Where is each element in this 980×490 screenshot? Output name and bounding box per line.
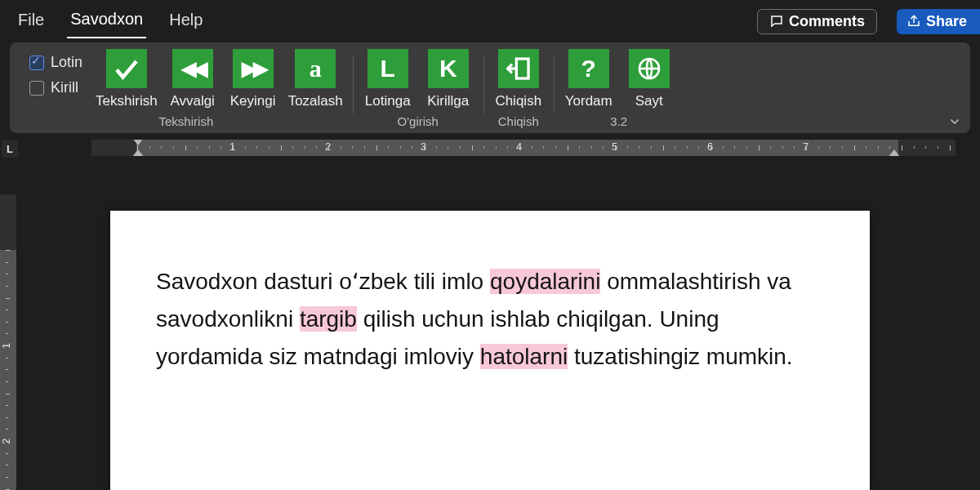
check-icon (112, 54, 141, 83)
tab-selector[interactable]: L (2, 140, 18, 158)
tekshirish-button[interactable]: Tekshirish (96, 49, 158, 109)
menu-bar: File Savodxon Help Comments Share (0, 0, 980, 42)
letter-l-icon: L (381, 56, 395, 81)
script-checkbox-column: Lotin Kirill (29, 54, 82, 96)
sayt-label: Sayt (635, 93, 663, 109)
chiqish-button[interactable]: Chiqish (493, 49, 544, 109)
yordam-label: Yordam (565, 93, 612, 109)
prev-icon: ◀◀ (181, 59, 204, 78)
avvalgi-button[interactable]: ◀◀ Avvalgi (167, 49, 218, 109)
globe-icon (636, 56, 662, 82)
letter-k-icon: K (439, 56, 457, 81)
checkbox-lotin-box[interactable] (29, 56, 44, 70)
help-icon: ? (581, 56, 596, 81)
tozalash-button[interactable]: a Tozalash (288, 49, 343, 109)
ruler-number: 3 (421, 140, 426, 153)
left-indent-marker[interactable] (132, 149, 144, 156)
comments-button[interactable]: Comments (757, 9, 877, 34)
ribbon-group-chiqish: Chiqish Chiqish (483, 49, 554, 130)
share-button[interactable]: Share (897, 9, 980, 34)
keyingi-label: Keyingi (230, 93, 276, 109)
spell-error[interactable]: qoydalarini (490, 269, 600, 294)
checkbox-kirill[interactable]: Kirill (29, 79, 82, 96)
checkbox-lotin-label: Lotin (51, 54, 82, 71)
checkbox-lotin[interactable]: Lotin (29, 54, 82, 71)
comment-icon (769, 14, 784, 29)
spell-error[interactable]: targib (300, 306, 357, 332)
keyingi-button[interactable]: ▶▶ Keyingi (228, 49, 278, 109)
group-label-chiqish: Chiqish (498, 114, 539, 128)
ruler-number: 4 (516, 140, 522, 153)
text-run: Savodxon dasturi oʻzbek tili imlo (156, 269, 490, 294)
ruler-number: 7 (803, 140, 808, 153)
checkbox-kirill-box[interactable] (29, 81, 44, 96)
avvalgi-label: Avvalgi (170, 93, 215, 109)
next-icon: ▶▶ (242, 59, 265, 78)
menu-file[interactable]: File (15, 6, 47, 38)
comments-label: Comments (789, 13, 865, 30)
paragraph-1[interactable]: Savodxon dasturi oʻzbek tili imlo qoydal… (156, 263, 824, 376)
menu-help[interactable]: Help (166, 6, 206, 38)
horizontal-ruler[interactable]: 1234567 (91, 140, 956, 156)
document-page[interactable]: Savodxon dasturi oʻzbek tili imlo qoydal… (110, 211, 870, 490)
share-label: Share (926, 13, 967, 30)
menu-savodxon[interactable]: Savodxon (67, 5, 146, 38)
tekshirish-label: Tekshirish (96, 93, 158, 109)
clear-icon: a (310, 56, 322, 81)
chiqish-label: Chiqish (495, 93, 541, 109)
right-indent-marker[interactable] (889, 149, 900, 156)
ruler-number: 6 (707, 140, 713, 153)
kirillga-button[interactable]: K Kirillga (423, 49, 474, 109)
ruler-number: 5 (612, 140, 617, 153)
ribbon: Lotin Kirill Tekshirish ◀◀ Avvalgi ▶▶ Ke… (10, 42, 970, 133)
ruler-row: L 1234567 (0, 140, 980, 161)
exit-icon (506, 56, 532, 82)
group-label-version: 3.2 (610, 114, 627, 128)
lotinga-label: Lotinga (365, 93, 411, 109)
group-label-tekshirish: Tekshirish (159, 114, 214, 128)
lotinga-button[interactable]: L Lotinga (363, 49, 413, 109)
document-viewport: Savodxon dasturi oʻzbek tili imlo qoydal… (0, 194, 980, 490)
first-line-indent-marker[interactable] (132, 140, 144, 145)
sayt-button[interactable]: Sayt (624, 49, 675, 109)
ribbon-collapse-chevron-icon[interactable] (947, 114, 962, 128)
svg-rect-0 (516, 59, 528, 78)
ruler-number: 2 (325, 140, 331, 153)
yordam-button[interactable]: ? Yordam (564, 49, 614, 109)
share-icon (906, 14, 921, 29)
ruler-number: 1 (229, 140, 235, 153)
kirillga-label: Kirillga (427, 93, 469, 109)
tozalash-label: Tozalash (288, 93, 343, 109)
ribbon-group-version: ? Yordam Sayt 3.2 (554, 49, 684, 130)
text-run: tuzatishingiz mumkin. (568, 344, 792, 369)
group-label-ogirish: O'girish (398, 114, 439, 128)
ribbon-group-tekshirish: Lotin Kirill Tekshirish ◀◀ Avvalgi ▶▶ Ke… (20, 49, 353, 130)
ribbon-group-ogirish: L Lotinga K Kirillga O'girish (353, 49, 483, 130)
spell-error[interactable]: hatolarni (480, 344, 568, 369)
checkbox-kirill-label: Kirill (51, 79, 78, 96)
